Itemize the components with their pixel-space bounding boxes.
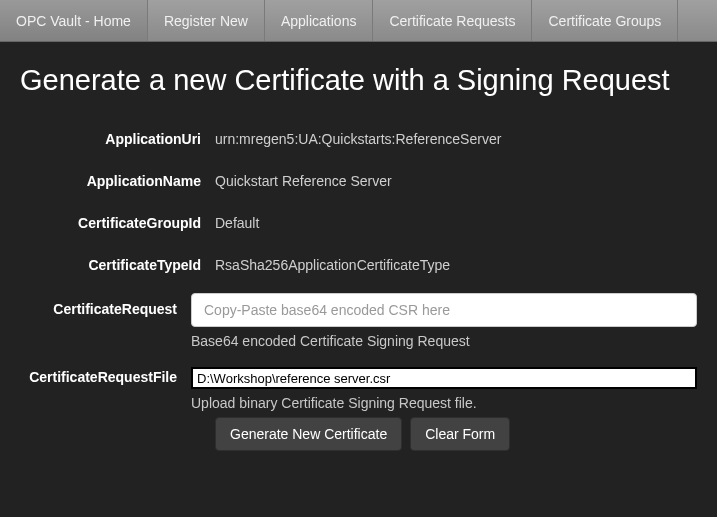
nav-label: Certificate Groups [548,13,661,29]
generate-button[interactable]: Generate New Certificate [215,417,402,451]
certificate-request-file-input[interactable] [191,367,697,389]
nav-item-home[interactable]: OPC Vault - Home [0,0,148,41]
nav-item-certificate-groups[interactable]: Certificate Groups [532,0,678,41]
nav-item-certificate-requests[interactable]: Certificate Requests [373,0,532,41]
value-certificate-type-id: RsaSha256ApplicationCertificateType [215,251,697,273]
content: Generate a new Certificate with a Signin… [0,42,717,473]
label-application-name: ApplicationName [20,167,215,189]
help-certificate-request-file: Upload binary Certificate Signing Reques… [191,395,697,411]
row-certificate-request-file: CertificateRequestFile Upload binary Cer… [20,367,697,411]
page-title: Generate a new Certificate with a Signin… [20,64,697,97]
label-certificate-type-id: CertificateTypeId [20,251,215,273]
label-certificate-request: CertificateRequest [20,293,191,317]
nav-label: Certificate Requests [389,13,515,29]
nav-label: OPC Vault - Home [16,13,131,29]
nav-item-register-new[interactable]: Register New [148,0,265,41]
row-certificate-request: CertificateRequest Base64 encoded Certif… [20,293,697,349]
row-certificate-type-id: CertificateTypeId RsaSha256ApplicationCe… [20,251,697,273]
help-certificate-request: Base64 encoded Certificate Signing Reque… [191,333,697,349]
label-certificate-group-id: CertificateGroupId [20,209,215,231]
row-application-name: ApplicationName Quickstart Reference Ser… [20,167,697,189]
nav-label: Applications [281,13,357,29]
nav-item-applications[interactable]: Applications [265,0,374,41]
button-row: Generate New Certificate Clear Form [215,417,697,451]
row-application-uri: ApplicationUri urn:mregen5:UA:Quickstart… [20,125,697,147]
clear-button[interactable]: Clear Form [410,417,510,451]
navbar: OPC Vault - Home Register New Applicatio… [0,0,717,42]
value-application-name: Quickstart Reference Server [215,167,697,189]
nav-label: Register New [164,13,248,29]
certificate-request-input[interactable] [191,293,697,327]
value-application-uri: urn:mregen5:UA:Quickstarts:ReferenceServ… [215,125,697,147]
value-certificate-group-id: Default [215,209,697,231]
label-certificate-request-file: CertificateRequestFile [20,367,191,385]
label-application-uri: ApplicationUri [20,125,215,147]
row-certificate-group-id: CertificateGroupId Default [20,209,697,231]
